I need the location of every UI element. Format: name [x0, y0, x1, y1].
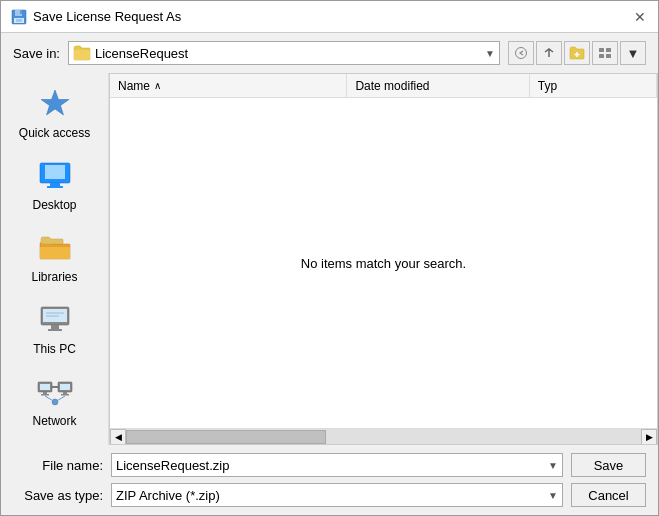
col-header-date[interactable]: Date modified — [347, 74, 529, 97]
file-name-value: LicenseRequest.zip — [116, 458, 548, 473]
file-name-label: File name: — [13, 458, 103, 473]
title-bar: Save License Request As ✕ — [1, 1, 658, 33]
star-icon — [37, 86, 73, 122]
svg-rect-20 — [48, 329, 62, 331]
save-dialog-icon — [11, 9, 27, 25]
up-button[interactable] — [536, 41, 562, 65]
save-in-dropdown-arrow: ▼ — [485, 48, 495, 59]
svg-rect-25 — [43, 392, 47, 394]
file-list-header: Name ∧ Date modified Typ — [110, 74, 657, 98]
sidebar-item-quick-access[interactable]: Quick access — [1, 77, 108, 149]
horizontal-scrollbar[interactable]: ◀ ▶ — [110, 428, 657, 444]
svg-rect-26 — [41, 394, 49, 396]
save-in-folder-name: LicenseRequest — [95, 46, 481, 61]
sidebar-item-this-pc[interactable]: This PC — [1, 293, 108, 365]
file-name-dropdown-arrow: ▼ — [548, 460, 558, 471]
col-header-type[interactable]: Typ — [530, 74, 657, 97]
save-in-row: Save in: LicenseRequest ▼ — [1, 33, 658, 73]
file-type-dropdown-arrow: ▼ — [548, 490, 558, 501]
svg-rect-19 — [51, 325, 59, 329]
toolbar-buttons: ▼ — [508, 41, 646, 65]
svg-line-34 — [55, 396, 65, 402]
this-pc-svg-icon — [37, 302, 73, 338]
up-icon — [542, 47, 556, 59]
network-svg-icon — [37, 374, 73, 410]
file-type-combo[interactable]: ZIP Archive (*.zip) ▼ — [111, 483, 563, 507]
desktop-svg-icon — [37, 158, 73, 194]
save-in-label: Save in: — [13, 46, 60, 61]
sidebar: Quick access Desktop — [1, 73, 109, 445]
sidebar-item-desktop[interactable]: Desktop — [1, 149, 108, 221]
svg-rect-10 — [599, 54, 604, 58]
file-type-row: Save as type: ZIP Archive (*.zip) ▼ Canc… — [13, 483, 646, 507]
new-folder-icon — [569, 46, 585, 60]
title-bar-left: Save License Request As — [11, 9, 181, 25]
file-type-label: Save as type: — [13, 488, 103, 503]
back-icon — [514, 47, 528, 59]
svg-rect-30 — [61, 394, 69, 396]
new-folder-button[interactable] — [564, 41, 590, 65]
svg-rect-16 — [47, 186, 63, 188]
scrollbar-thumb[interactable] — [126, 430, 326, 444]
quick-access-icon — [35, 86, 75, 122]
scroll-right-button[interactable]: ▶ — [641, 429, 657, 445]
svg-rect-15 — [50, 183, 60, 186]
sidebar-item-label-network: Network — [32, 414, 76, 428]
folder-icon — [73, 45, 91, 61]
svg-rect-29 — [63, 392, 67, 394]
svg-rect-8 — [599, 48, 604, 52]
sidebar-item-label-desktop: Desktop — [32, 198, 76, 212]
file-name-row: File name: LicenseRequest.zip ▼ Save — [13, 453, 646, 477]
view-button[interactable] — [592, 41, 618, 65]
save-dialog: Save License Request As ✕ Save in: Licen… — [0, 0, 659, 516]
sidebar-item-label-quick-access: Quick access — [19, 126, 90, 140]
close-button[interactable]: ✕ — [630, 7, 650, 27]
file-type-value: ZIP Archive (*.zip) — [116, 488, 548, 503]
network-icon — [35, 374, 75, 410]
svg-rect-4 — [16, 19, 22, 22]
sidebar-item-label-this-pc: This PC — [33, 342, 76, 356]
view-icon — [598, 47, 612, 59]
bottom-bar: File name: LicenseRequest.zip ▼ Save Sav… — [1, 445, 658, 515]
sidebar-item-network[interactable]: Network — [1, 365, 108, 437]
col-header-name[interactable]: Name ∧ — [110, 74, 347, 97]
file-list-content: No items match your search. — [110, 98, 657, 428]
sidebar-item-label-libraries: Libraries — [31, 270, 77, 284]
desktop-icon — [35, 158, 75, 194]
this-pc-icon — [35, 302, 75, 338]
dialog-title: Save License Request As — [33, 9, 181, 24]
back-button[interactable] — [508, 41, 534, 65]
svg-rect-24 — [40, 384, 50, 390]
file-name-combo[interactable]: LicenseRequest.zip ▼ — [111, 453, 563, 477]
svg-rect-2 — [20, 10, 22, 14]
svg-rect-14 — [45, 165, 65, 179]
main-area: Quick access Desktop — [1, 73, 658, 445]
svg-rect-28 — [60, 384, 70, 390]
libraries-svg-icon — [37, 230, 73, 266]
file-list-area: Name ∧ Date modified Typ No items match … — [109, 73, 658, 445]
sidebar-item-libraries[interactable]: Libraries — [1, 221, 108, 293]
save-in-combo[interactable]: LicenseRequest ▼ — [68, 41, 500, 65]
empty-message: No items match your search. — [301, 256, 466, 271]
view-options-button[interactable]: ▼ — [620, 41, 646, 65]
svg-line-33 — [45, 396, 55, 402]
svg-rect-11 — [606, 54, 611, 58]
scrollbar-track[interactable] — [126, 429, 641, 445]
svg-rect-9 — [606, 48, 611, 52]
scroll-left-button[interactable]: ◀ — [110, 429, 126, 445]
svg-marker-12 — [41, 90, 69, 115]
save-button[interactable]: Save — [571, 453, 646, 477]
libraries-icon — [35, 230, 75, 266]
cancel-button[interactable]: Cancel — [571, 483, 646, 507]
